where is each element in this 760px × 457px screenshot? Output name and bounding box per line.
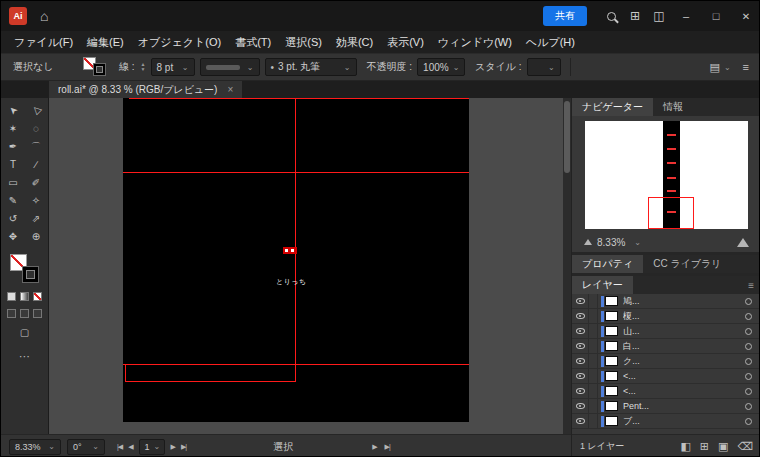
layer-row[interactable]: 鳩... <box>572 294 760 309</box>
layer-name[interactable]: 榎... <box>623 310 745 323</box>
layer-name[interactable]: 鳩... <box>623 295 745 308</box>
visibility-toggle[interactable] <box>572 414 589 428</box>
search-icon[interactable] <box>599 1 623 31</box>
zoom-in-icon[interactable] <box>737 238 749 247</box>
pencil-tool[interactable]: ✎ <box>3 192 23 209</box>
stroke-width-input[interactable]: 8 pt ⌄ <box>151 58 195 76</box>
layer-name[interactable]: ク... <box>623 355 745 368</box>
menu-help[interactable]: ヘルプ(H) <box>519 35 582 50</box>
edit-toolbar-button[interactable]: ⋯ <box>19 350 30 363</box>
apps-grid-icon[interactable]: ⊞ <box>623 1 647 31</box>
menu-edit[interactable]: 編集(E) <box>80 35 131 50</box>
maximize-button[interactable]: □ <box>701 1 731 31</box>
layer-name[interactable]: <... <box>623 371 745 381</box>
visibility-toggle[interactable] <box>572 339 589 353</box>
style-dropdown[interactable]: ⌄ <box>527 58 561 76</box>
minimize-button[interactable]: – <box>671 1 701 31</box>
chevron-down-icon[interactable]: ⌄ <box>630 238 641 247</box>
stroke-profile-dropdown[interactable]: ⌄ <box>200 58 260 76</box>
stroke-width-stepper[interactable]: ▲▼ <box>141 62 146 72</box>
layer-row[interactable]: <... <box>572 369 760 384</box>
tab-navigator[interactable]: ナビゲーター <box>572 98 653 116</box>
scale-tool[interactable]: ⇗ <box>26 210 46 227</box>
artboard-number-select[interactable]: 1 ⌄ <box>139 439 165 455</box>
rectangle-tool[interactable]: ▭ <box>3 174 23 191</box>
visibility-toggle[interactable] <box>572 384 589 398</box>
paintbrush-tool[interactable]: ✐ <box>26 174 46 191</box>
opacity-input[interactable]: 100% ⌄ <box>417 58 465 76</box>
layer-target-icon[interactable] <box>745 313 752 320</box>
layer-row[interactable]: 白... <box>572 339 760 354</box>
control-menu-icon[interactable]: ≡ <box>743 61 749 73</box>
lock-toggle[interactable] <box>589 294 598 308</box>
layer-thumbnail[interactable] <box>605 311 618 321</box>
navigator-zoom-value[interactable]: 8.33% <box>597 237 625 248</box>
layer-thumbnail[interactable] <box>605 401 618 411</box>
layer-target-icon[interactable] <box>745 403 752 410</box>
panel-menu-icon[interactable]: ≡ <box>748 276 760 294</box>
tab-properties[interactable]: プロパティ <box>572 255 643 273</box>
layer-target-icon[interactable] <box>745 358 752 365</box>
tab-info[interactable]: 情報 <box>653 98 693 116</box>
document-tab[interactable]: roll.ai* @ 8.33 % (RGB/プレビュー) × <box>49 81 242 98</box>
home-icon[interactable]: ⌂ <box>40 8 48 24</box>
prev-artboard-icon[interactable]: ◀ <box>128 443 132 451</box>
new-sublayer-button[interactable]: ⊞ <box>700 440 709 453</box>
next-artboard-icon[interactable]: ▶ <box>171 443 175 451</box>
panel-dock-icon[interactable]: ▤⌄ <box>709 61 730 74</box>
layer-thumbnail[interactable] <box>605 296 618 306</box>
stroke-color-swatch[interactable] <box>22 266 39 283</box>
clipping-mask-button[interactable]: ◧ <box>680 440 690 453</box>
layer-target-icon[interactable] <box>745 328 752 335</box>
layer-target-icon[interactable] <box>745 418 752 425</box>
zoom-select[interactable]: 8.33% ⌄ <box>9 439 61 455</box>
first-artboard-icon[interactable]: |◀ <box>117 443 122 451</box>
menu-type[interactable]: 書式(T) <box>228 35 278 50</box>
layer-thumbnail[interactable] <box>605 341 618 351</box>
menu-view[interactable]: 表示(V) <box>380 35 431 50</box>
menu-window[interactable]: ウィンドウ(W) <box>431 35 519 50</box>
zoom-tool[interactable]: ⊕ <box>26 228 46 245</box>
canvas[interactable]: とりっち <box>49 98 563 434</box>
curvature-tool[interactable]: ⌒ <box>26 138 46 155</box>
visibility-toggle[interactable] <box>572 324 589 338</box>
last-artboard-icon[interactable]: ▶| <box>181 443 186 451</box>
tab-cc-libraries[interactable]: CC ライブラリ <box>643 255 731 273</box>
pen-tool[interactable]: ✒ <box>3 138 23 155</box>
status-arrow-icon[interactable]: ▶ <box>372 443 376 451</box>
visibility-toggle[interactable] <box>572 294 589 308</box>
layer-name[interactable]: 山... <box>623 325 745 338</box>
visibility-toggle[interactable] <box>572 309 589 323</box>
layer-target-icon[interactable] <box>745 343 752 350</box>
visibility-toggle[interactable] <box>572 354 589 368</box>
draw-normal-button[interactable] <box>7 309 16 318</box>
hand-tool[interactable]: ✥ <box>3 228 23 245</box>
rotation-select[interactable]: 0° ⌄ <box>67 439 105 455</box>
layer-name[interactable]: 白... <box>623 340 745 353</box>
color-button[interactable] <box>7 292 16 301</box>
layer-thumbnail[interactable] <box>605 416 618 426</box>
new-layer-button[interactable]: ▣ <box>718 440 728 453</box>
layer-name[interactable]: Pent... <box>623 401 745 411</box>
lock-toggle[interactable] <box>589 369 598 383</box>
visibility-toggle[interactable] <box>572 369 589 383</box>
share-button[interactable]: 共有 <box>543 6 587 26</box>
layer-thumbnail[interactable] <box>605 326 618 336</box>
zoom-out-icon[interactable] <box>584 239 592 245</box>
layer-name[interactable]: <... <box>623 386 745 396</box>
layer-row[interactable]: 榎... <box>572 309 760 324</box>
layer-target-icon[interactable] <box>745 373 752 380</box>
menu-file[interactable]: ファイル(F) <box>7 35 80 50</box>
vertical-scrollbar[interactable] <box>563 98 571 434</box>
lock-toggle[interactable] <box>589 309 598 323</box>
lock-toggle[interactable] <box>589 339 598 353</box>
layer-row[interactable]: ク... <box>572 354 760 369</box>
layer-thumbnail[interactable] <box>605 371 618 381</box>
lock-toggle[interactable] <box>589 399 598 413</box>
lock-toggle[interactable] <box>589 414 598 428</box>
delete-layer-button[interactable]: ⌫ <box>737 440 753 453</box>
screen-mode-button[interactable]: ▢ <box>20 327 29 338</box>
app-icon[interactable]: Ai <box>9 7 27 25</box>
layer-row[interactable]: 山... <box>572 324 760 339</box>
menu-select[interactable]: 選択(S) <box>278 35 329 50</box>
